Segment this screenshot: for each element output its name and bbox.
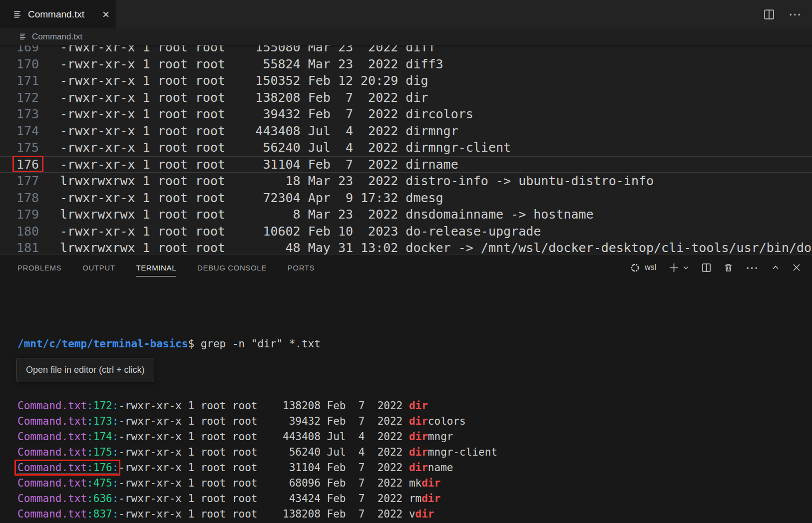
grep-filename: Command.txt	[17, 415, 87, 427]
grep-filename: Command.txt	[17, 431, 87, 443]
grep-filename: Command.txt	[17, 400, 87, 412]
tab-command-txt[interactable]: Command.txt ×	[0, 0, 116, 28]
editor-line[interactable]: 173-rwxr-xr-x 1 root root 39432 Feb 7 20…	[0, 106, 812, 123]
panel-tab-debug-console[interactable]: DEBUG CONSOLE	[197, 263, 267, 272]
grep-filename: Command.txt	[17, 508, 87, 520]
more-actions-icon[interactable]: ⋯	[789, 8, 802, 20]
terminal-prompt-symbol: $	[188, 338, 194, 350]
editor-line[interactable]: 170-rwxr-xr-x 1 root root 55824 Mar 23 2…	[0, 56, 812, 73]
grep-line-body: -rwxr-xr-x 1 root root 443408 Jul 4 2022	[118, 431, 409, 443]
file-line-link[interactable]: Command.txt:176:	[17, 462, 118, 474]
bottom-panel: PROBLEMSOUTPUTTERMINALDEBUG CONSOLEPORTS…	[0, 255, 812, 523]
editor-line[interactable]: 169-rwxr-xr-x 1 root root 155080 Mar 23 …	[0, 45, 812, 56]
grep-line-number: 173	[93, 415, 112, 427]
launch-profile-chevron-icon[interactable]	[683, 264, 689, 271]
breadcrumb[interactable]: Command.txt	[0, 28, 812, 45]
line-text: lrwxrwxrwx 1 root root 48 May 31 13:02 d…	[60, 240, 812, 255]
editor-line[interactable]: 177lrwxrwxrwx 1 root root 18 Mar 23 2022…	[0, 173, 812, 190]
editor-line[interactable]: 176-rwxr-xr-x 1 root root 31104 Feb 7 20…	[0, 156, 812, 173]
file-line-link[interactable]: Command.txt:837:	[17, 508, 118, 520]
file-line-link[interactable]: Command.txt:475:	[17, 477, 118, 489]
line-number: 181	[0, 240, 39, 255]
annotated-line-number: 176	[16, 156, 39, 173]
editor-line[interactable]: 172-rwxr-xr-x 1 root root 138208 Feb 7 2…	[0, 89, 812, 106]
editor-line[interactable]: 180-rwxr-xr-x 1 root root 10602 Feb 10 2…	[0, 223, 812, 240]
grep-match: dir	[409, 431, 428, 443]
grep-match: dir	[409, 446, 428, 458]
grep-match: dir	[409, 415, 428, 427]
panel-tab-output[interactable]: OUTPUT	[82, 263, 115, 272]
editor-line[interactable]: 171-rwxr-xr-x 1 root root 150352 Feb 12 …	[0, 72, 812, 89]
line-text: -rwxr-xr-x 1 root root 31104 Feb 7 2022 …	[60, 156, 458, 173]
split-editor-icon[interactable]	[764, 9, 775, 20]
line-number: 180	[0, 223, 39, 240]
grep-line-body: -rwxr-xr-x 1 root root 138208 Feb 7 2022	[118, 508, 409, 520]
line-number: 172	[0, 89, 39, 106]
grep-result-row: Command.txt:176:-rwxr-xr-x 1 root root 3…	[17, 460, 812, 476]
maximize-panel-icon[interactable]	[772, 263, 780, 271]
panel-tab-problems[interactable]: PROBLEMS	[17, 263, 61, 272]
grep-result-row: Command.txt:174:-rwxr-xr-x 1 root root 4…	[17, 429, 812, 445]
editor-line[interactable]: 181lrwxrwxrwx 1 root root 48 May 31 13:0…	[0, 240, 812, 255]
panel-tabs: PROBLEMSOUTPUTTERMINALDEBUG CONSOLEPORTS	[17, 263, 315, 272]
editor-line[interactable]: 175-rwxr-xr-x 1 root root 56240 Jul 4 20…	[0, 139, 812, 156]
editor-line[interactable]: 178-rwxr-xr-x 1 root root 72304 Apr 9 17…	[0, 190, 812, 207]
grep-line-number: 176	[93, 462, 112, 474]
grep-result-row: Command.txt:636:-rwxr-xr-x 1 root root 4…	[17, 491, 812, 507]
file-line-link[interactable]: Command.txt:173:	[17, 415, 118, 427]
editor-line[interactable]: 174-rwxr-xr-x 1 root root 443408 Jul 4 2…	[0, 123, 812, 140]
grep-line-number: 636	[93, 493, 112, 505]
file-line-link[interactable]: Command.txt:636:	[17, 493, 118, 505]
line-number: 176	[0, 156, 39, 173]
file-line-link[interactable]: Command.txt:172:	[17, 400, 118, 412]
kill-terminal-icon[interactable]	[724, 263, 733, 272]
editor-tab-bar: Command.txt × ⋯	[0, 0, 812, 28]
text-file-icon	[13, 9, 23, 19]
grep-line-body: -rwxr-xr-x 1 root root 31104 Feb 7 2022	[118, 462, 409, 474]
terminal-name-label: wsl	[645, 263, 656, 272]
panel-header: PROBLEMSOUTPUTTERMINALDEBUG CONSOLEPORTS…	[0, 255, 812, 280]
grep-line-number: 837	[93, 508, 112, 520]
new-terminal-icon[interactable]	[669, 262, 679, 273]
editor-line[interactable]: 179lrwxrwxrwx 1 root root 8 Mar 23 2022 …	[0, 206, 812, 223]
line-text: -rwxr-xr-x 1 root root 443408 Jul 4 2022…	[60, 123, 458, 140]
close-panel-icon[interactable]	[792, 263, 801, 272]
grep-result-row: Command.txt:173:-rwxr-xr-x 1 root root 3…	[17, 414, 812, 429]
tab-title: Command.txt	[28, 9, 84, 20]
terminal-prompt-path: /mnt/c/temp/terminal-basics	[17, 338, 188, 350]
line-text: -rwxr-xr-x 1 root root 155080 Mar 23 202…	[60, 45, 436, 56]
grep-match: dir	[415, 508, 434, 520]
panel-tab-terminal[interactable]: TERMINAL	[136, 263, 176, 272]
line-number: 174	[0, 123, 39, 140]
close-tab-icon[interactable]: ×	[102, 8, 109, 20]
terminal-command: grep -n "dir" *.txt	[194, 338, 321, 350]
grep-line-number: 175	[93, 446, 112, 458]
line-number: 177	[0, 173, 39, 190]
editor-action-group: ⋯	[764, 0, 802, 28]
more-actions-icon[interactable]: ⋯	[746, 262, 759, 274]
line-number: 175	[0, 139, 39, 156]
line-number: 171	[0, 72, 39, 89]
file-line-link[interactable]: Command.txt:175:	[17, 446, 118, 458]
terminal-instance-wsl[interactable]: wsl	[630, 262, 656, 273]
grep-line-body: -rwxr-xr-x 1 root root 39432 Feb 7 2022	[118, 415, 409, 427]
link-tooltip: Open file in editor (ctrl + click)	[16, 358, 154, 382]
grep-filename: Command.txt	[17, 493, 87, 505]
grep-filename: Command.txt	[17, 477, 87, 489]
text-file-icon	[19, 32, 27, 41]
breadcrumb-item[interactable]: Command.txt	[32, 32, 82, 42]
grep-result-row: Command.txt:475:-rwxr-xr-x 1 root root 6…	[17, 476, 812, 491]
file-line-link[interactable]: Command.txt:174:	[17, 431, 118, 443]
grep-line-body: -rwxr-xr-x 1 root root 43424 Feb 7 2022	[118, 493, 409, 505]
grep-match: dir	[421, 477, 440, 489]
split-terminal-icon[interactable]	[702, 263, 711, 272]
terminal-output[interactable]: /mnt/c/temp/terminal-basics$ grep -n "di…	[0, 280, 812, 523]
terminal-command-line: /mnt/c/temp/terminal-basics$ grep -n "di…	[17, 336, 812, 352]
line-text: -rwxr-xr-x 1 root root 138208 Feb 7 2022…	[60, 89, 428, 106]
line-number: 178	[0, 190, 39, 207]
panel-tab-ports[interactable]: PORTS	[288, 263, 315, 272]
line-text: lrwxrwxrwx 1 root root 18 Mar 23 2022 di…	[60, 173, 654, 190]
line-number: 179	[0, 206, 39, 223]
new-terminal-group	[669, 262, 689, 273]
editor-pane: 169-rwxr-xr-x 1 root root 155080 Mar 23 …	[0, 45, 812, 255]
